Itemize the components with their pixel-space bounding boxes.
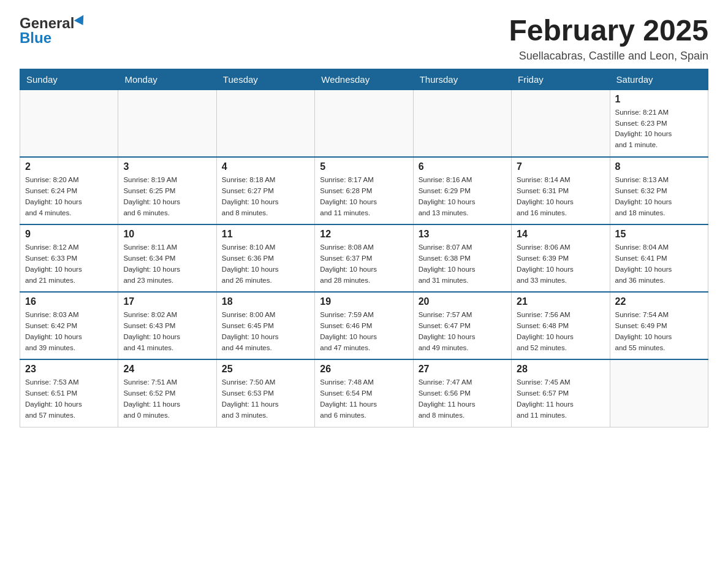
day-number: 14 <box>517 229 604 240</box>
table-row <box>610 359 708 427</box>
table-row <box>315 90 413 157</box>
month-title: February 2025 <box>509 15 708 47</box>
calendar-week-row: 16Sunrise: 8:03 AM Sunset: 6:42 PM Dayli… <box>20 292 708 359</box>
table-row: 13Sunrise: 8:07 AM Sunset: 6:38 PM Dayli… <box>413 224 511 292</box>
day-info: Sunrise: 8:06 AM Sunset: 6:39 PM Dayligh… <box>517 242 604 286</box>
table-row: 4Sunrise: 8:18 AM Sunset: 6:27 PM Daylig… <box>216 157 314 224</box>
page-header: General Blue February 2025 Suellacabras,… <box>20 15 708 63</box>
table-row: 12Sunrise: 8:08 AM Sunset: 6:37 PM Dayli… <box>315 224 413 292</box>
col-tuesday: Tuesday <box>216 69 314 90</box>
col-monday: Monday <box>118 69 216 90</box>
table-row: 18Sunrise: 8:00 AM Sunset: 6:45 PM Dayli… <box>216 292 314 359</box>
day-number: 22 <box>615 296 703 307</box>
table-row <box>20 90 118 157</box>
day-info: Sunrise: 7:50 AM Sunset: 6:53 PM Dayligh… <box>222 377 309 421</box>
title-area: February 2025 Suellacabras, Castille and… <box>509 15 708 63</box>
calendar-week-row: 9Sunrise: 8:12 AM Sunset: 6:33 PM Daylig… <box>20 224 708 292</box>
day-number: 1 <box>615 94 703 105</box>
day-number: 21 <box>517 296 604 307</box>
day-number: 26 <box>320 364 408 375</box>
day-info: Sunrise: 7:47 AM Sunset: 6:56 PM Dayligh… <box>419 377 506 421</box>
table-row: 2Sunrise: 8:20 AM Sunset: 6:24 PM Daylig… <box>20 157 118 224</box>
table-row: 17Sunrise: 8:02 AM Sunset: 6:43 PM Dayli… <box>118 292 216 359</box>
table-row: 16Sunrise: 8:03 AM Sunset: 6:42 PM Dayli… <box>20 292 118 359</box>
day-info: Sunrise: 8:19 AM Sunset: 6:25 PM Dayligh… <box>123 175 211 218</box>
logo: General Blue <box>20 15 86 47</box>
day-info: Sunrise: 8:11 AM Sunset: 6:34 PM Dayligh… <box>123 242 211 286</box>
calendar-header-row: Sunday Monday Tuesday Wednesday Thursday… <box>20 69 708 90</box>
day-info: Sunrise: 7:51 AM Sunset: 6:52 PM Dayligh… <box>123 377 211 421</box>
table-row: 27Sunrise: 7:47 AM Sunset: 6:56 PM Dayli… <box>413 359 511 427</box>
day-info: Sunrise: 8:13 AM Sunset: 6:32 PM Dayligh… <box>615 175 703 218</box>
table-row: 26Sunrise: 7:48 AM Sunset: 6:54 PM Dayli… <box>315 359 413 427</box>
day-number: 8 <box>615 161 703 172</box>
day-info: Sunrise: 8:03 AM Sunset: 6:42 PM Dayligh… <box>25 310 113 353</box>
day-info: Sunrise: 7:53 AM Sunset: 6:51 PM Dayligh… <box>25 377 113 421</box>
calendar-week-row: 1Sunrise: 8:21 AM Sunset: 6:23 PM Daylig… <box>20 90 708 157</box>
day-number: 7 <box>517 161 604 172</box>
day-info: Sunrise: 8:17 AM Sunset: 6:28 PM Dayligh… <box>320 175 408 218</box>
calendar-week-row: 23Sunrise: 7:53 AM Sunset: 6:51 PM Dayli… <box>20 359 708 427</box>
day-info: Sunrise: 7:57 AM Sunset: 6:47 PM Dayligh… <box>419 310 506 353</box>
day-info: Sunrise: 8:07 AM Sunset: 6:38 PM Dayligh… <box>419 242 506 286</box>
day-info: Sunrise: 8:10 AM Sunset: 6:36 PM Dayligh… <box>222 242 309 286</box>
day-info: Sunrise: 8:21 AM Sunset: 6:23 PM Dayligh… <box>615 107 703 151</box>
table-row: 20Sunrise: 7:57 AM Sunset: 6:47 PM Dayli… <box>413 292 511 359</box>
col-saturday: Saturday <box>610 69 708 90</box>
table-row: 10Sunrise: 8:11 AM Sunset: 6:34 PM Dayli… <box>118 224 216 292</box>
table-row: 8Sunrise: 8:13 AM Sunset: 6:32 PM Daylig… <box>610 157 708 224</box>
table-row: 23Sunrise: 7:53 AM Sunset: 6:51 PM Dayli… <box>20 359 118 427</box>
table-row: 6Sunrise: 8:16 AM Sunset: 6:29 PM Daylig… <box>413 157 511 224</box>
table-row: 11Sunrise: 8:10 AM Sunset: 6:36 PM Dayli… <box>216 224 314 292</box>
day-info: Sunrise: 8:16 AM Sunset: 6:29 PM Dayligh… <box>419 175 506 218</box>
day-number: 4 <box>222 161 309 172</box>
day-info: Sunrise: 7:54 AM Sunset: 6:49 PM Dayligh… <box>615 310 703 353</box>
day-info: Sunrise: 7:48 AM Sunset: 6:54 PM Dayligh… <box>320 377 408 421</box>
location-subtitle: Suellacabras, Castille and Leon, Spain <box>509 50 708 63</box>
day-info: Sunrise: 7:45 AM Sunset: 6:57 PM Dayligh… <box>517 377 604 421</box>
day-number: 11 <box>222 229 309 240</box>
day-info: Sunrise: 8:18 AM Sunset: 6:27 PM Dayligh… <box>222 175 309 218</box>
logo-triangle-icon <box>74 15 88 28</box>
table-row: 14Sunrise: 8:06 AM Sunset: 6:39 PM Dayli… <box>512 224 610 292</box>
day-number: 15 <box>615 229 703 240</box>
table-row: 21Sunrise: 7:56 AM Sunset: 6:48 PM Dayli… <box>512 292 610 359</box>
day-number: 20 <box>419 296 506 307</box>
table-row <box>413 90 511 157</box>
col-thursday: Thursday <box>413 69 511 90</box>
col-wednesday: Wednesday <box>315 69 413 90</box>
day-info: Sunrise: 7:56 AM Sunset: 6:48 PM Dayligh… <box>517 310 604 353</box>
day-number: 10 <box>123 229 211 240</box>
day-number: 23 <box>25 364 113 375</box>
calendar-week-row: 2Sunrise: 8:20 AM Sunset: 6:24 PM Daylig… <box>20 157 708 224</box>
day-info: Sunrise: 8:00 AM Sunset: 6:45 PM Dayligh… <box>222 310 309 353</box>
table-row: 15Sunrise: 8:04 AM Sunset: 6:41 PM Dayli… <box>610 224 708 292</box>
day-info: Sunrise: 8:04 AM Sunset: 6:41 PM Dayligh… <box>615 242 703 286</box>
table-row: 24Sunrise: 7:51 AM Sunset: 6:52 PM Dayli… <box>118 359 216 427</box>
table-row <box>118 90 216 157</box>
day-info: Sunrise: 8:02 AM Sunset: 6:43 PM Dayligh… <box>123 310 211 353</box>
table-row: 22Sunrise: 7:54 AM Sunset: 6:49 PM Dayli… <box>610 292 708 359</box>
day-number: 18 <box>222 296 309 307</box>
table-row: 1Sunrise: 8:21 AM Sunset: 6:23 PM Daylig… <box>610 90 708 157</box>
day-number: 24 <box>123 364 211 375</box>
logo-blue-text: Blue <box>20 29 51 47</box>
day-number: 3 <box>123 161 211 172</box>
day-number: 2 <box>25 161 113 172</box>
table-row: 7Sunrise: 8:14 AM Sunset: 6:31 PM Daylig… <box>512 157 610 224</box>
col-sunday: Sunday <box>20 69 118 90</box>
day-number: 25 <box>222 364 309 375</box>
table-row: 9Sunrise: 8:12 AM Sunset: 6:33 PM Daylig… <box>20 224 118 292</box>
calendar-table: Sunday Monday Tuesday Wednesday Thursday… <box>20 69 708 427</box>
col-friday: Friday <box>512 69 610 90</box>
table-row: 3Sunrise: 8:19 AM Sunset: 6:25 PM Daylig… <box>118 157 216 224</box>
day-number: 16 <box>25 296 113 307</box>
day-info: Sunrise: 8:08 AM Sunset: 6:37 PM Dayligh… <box>320 242 408 286</box>
day-info: Sunrise: 8:12 AM Sunset: 6:33 PM Dayligh… <box>25 242 113 286</box>
day-number: 6 <box>419 161 506 172</box>
table-row: 28Sunrise: 7:45 AM Sunset: 6:57 PM Dayli… <box>512 359 610 427</box>
day-info: Sunrise: 8:20 AM Sunset: 6:24 PM Dayligh… <box>25 175 113 218</box>
day-number: 12 <box>320 229 408 240</box>
day-number: 17 <box>123 296 211 307</box>
table-row <box>512 90 610 157</box>
